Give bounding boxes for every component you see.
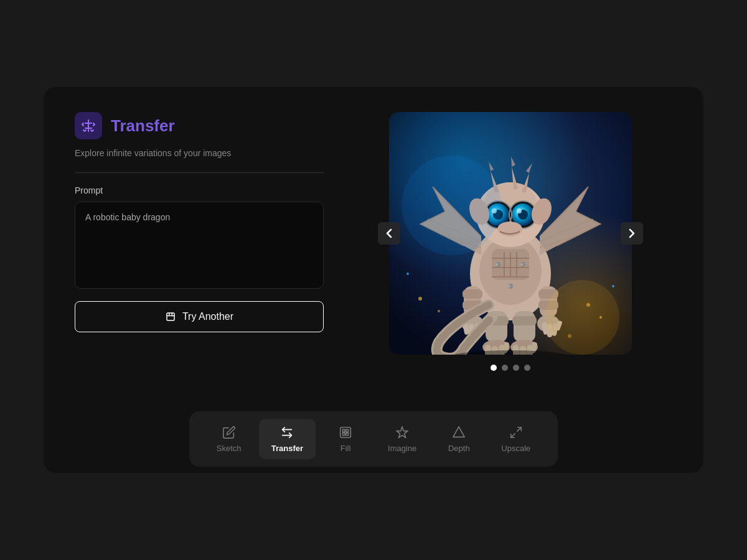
svg-point-86 [508, 285, 510, 287]
next-button[interactable] [621, 222, 643, 245]
upscale-icon [509, 425, 524, 440]
transfer-icon [81, 118, 96, 133]
svg-line-96 [511, 434, 515, 437]
svg-rect-74 [512, 316, 537, 325]
fill-label: Fill [341, 444, 351, 453]
prev-button[interactable] [378, 222, 400, 245]
app-container: Transfer Explore infinite variations of … [44, 87, 703, 473]
image-wrapper [389, 112, 632, 355]
feature-icon-bg [75, 112, 102, 139]
svg-rect-89 [341, 427, 351, 438]
prompt-label: Prompt [75, 185, 324, 195]
svg-point-36 [517, 208, 522, 213]
toolbar-item-sketch[interactable]: Sketch [204, 419, 254, 459]
divider [75, 172, 324, 173]
svg-rect-73 [514, 311, 535, 342]
svg-point-84 [496, 263, 498, 266]
svg-rect-51 [463, 289, 482, 299]
feature-subtitle: Explore infinite variations of your imag… [75, 147, 324, 160]
svg-rect-0 [167, 313, 174, 320]
toolbar-item-fill[interactable]: Fill [321, 419, 370, 459]
right-panel [349, 112, 672, 399]
dragon-image-container [389, 112, 632, 355]
svg-point-85 [520, 263, 523, 266]
svg-rect-93 [346, 433, 349, 436]
dot-4[interactable] [524, 365, 530, 371]
depth-label: Depth [448, 444, 470, 453]
fill-icon [338, 425, 353, 440]
dragon-svg [389, 112, 632, 355]
sketch-label: Sketch [217, 444, 242, 453]
svg-line-95 [517, 427, 521, 431]
prompt-textarea[interactable] [75, 202, 324, 289]
dot-2[interactable] [502, 365, 508, 371]
imagine-label: Imagine [388, 444, 416, 453]
left-panel: Transfer Explore infinite variations of … [75, 112, 324, 399]
toolbar-item-transfer[interactable]: Transfer [259, 419, 316, 459]
svg-point-4 [418, 297, 422, 301]
toolbar-item-upscale[interactable]: Upscale [489, 419, 543, 459]
toolbar-item-imagine[interactable]: Imagine [375, 419, 429, 459]
upscale-label: Upscale [501, 444, 530, 453]
svg-point-8 [406, 273, 409, 275]
svg-point-87 [402, 156, 501, 255]
toolbar-item-depth[interactable]: Depth [434, 419, 484, 459]
transfer-label: Transfer [271, 444, 303, 453]
svg-marker-94 [453, 427, 464, 437]
transfer-tool-icon [280, 425, 294, 440]
svg-rect-90 [342, 429, 345, 432]
image-dots [491, 365, 530, 371]
imagine-icon [395, 425, 410, 440]
sketch-icon [222, 425, 237, 440]
dot-1[interactable] [491, 365, 497, 371]
main-content: Transfer Explore infinite variations of … [44, 87, 703, 411]
svg-rect-91 [346, 429, 349, 432]
svg-point-88 [545, 280, 619, 355]
try-another-label: Try Another [182, 311, 233, 322]
try-another-button[interactable]: Try Another [75, 301, 324, 332]
svg-rect-92 [342, 433, 345, 436]
refresh-icon [165, 311, 176, 322]
feature-title: Transfer [111, 116, 175, 136]
dragon-image [389, 112, 632, 355]
svg-point-9 [612, 285, 614, 287]
bottom-toolbar: Sketch Transfer [44, 411, 703, 473]
svg-point-5 [438, 310, 440, 312]
toolbar-inner: Sketch Transfer [189, 411, 558, 467]
feature-header: Transfer [75, 112, 324, 139]
dot-3[interactable] [513, 365, 519, 371]
depth-icon [451, 425, 466, 440]
